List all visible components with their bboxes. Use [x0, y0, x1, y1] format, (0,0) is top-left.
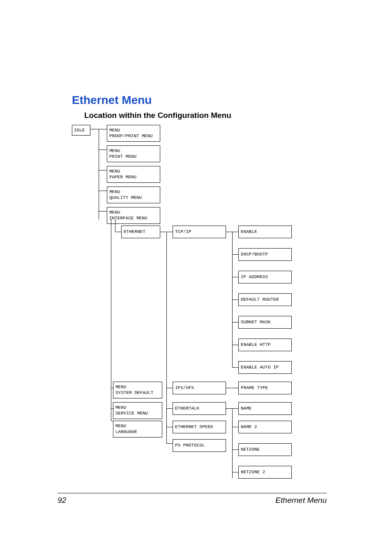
ipxspx-label: IPX/SPX	[175, 385, 194, 390]
menu-paper: MENU PAPER MENU	[107, 166, 160, 183]
dhcp-box: DHCP/BOOTP	[238, 248, 292, 261]
menu-paper-label: PAPER MENU	[109, 175, 136, 180]
menu-language: MENU LANGUAGE	[113, 421, 162, 438]
ethernet-speed-label: ETHERNET SPEED	[175, 424, 213, 429]
name2-label: NAME 2	[241, 424, 257, 429]
menu-system-default-label: SYSTEM DEFAULT	[115, 390, 153, 395]
frame-box: FRAME TYPE	[238, 382, 292, 394]
ps-protocol-box: PS PROTOCOL	[173, 439, 226, 452]
enable-box: ENABLE	[238, 226, 292, 238]
menu-label: MENU	[115, 405, 126, 410]
netzone2-label: NETZONE 2	[241, 470, 265, 474]
http-box: ENABLE HTTP	[238, 339, 292, 351]
menu-service: MENU SERVICE MENU	[113, 402, 162, 419]
idle-box: IDLE	[72, 125, 90, 136]
enable-label: ENABLE	[241, 229, 257, 234]
name-label: NAME	[241, 406, 251, 411]
page-number: 92	[58, 496, 66, 504]
menu-system-default: MENU SYSTEM DEFAULT	[113, 382, 162, 398]
menu-quality-label: QUALITY MENU	[109, 195, 142, 200]
subnet-box: SUBNET MASK	[238, 316, 292, 329]
ip-label: IP ADDRESS	[241, 274, 268, 279]
menu-quality: MENU QUALITY MENU	[107, 187, 160, 203]
ps-protocol-label: PS PROTOCOL	[175, 443, 205, 448]
page-subtitle: Location within the Configuration Menu	[84, 111, 327, 120]
menu-print: MENU PRINT MENU	[107, 145, 160, 162]
menu-proof-print: MENU PROOF/PRINT MENU	[107, 125, 160, 142]
menu-language-label: LANGUAGE	[115, 429, 137, 434]
netzone-label: NETZONE	[241, 447, 260, 452]
page-footer: 92 Ethernet Menu	[58, 493, 327, 505]
dhcp-label: DHCP/BOOTP	[241, 252, 268, 257]
idle-label: IDLE	[74, 128, 85, 133]
autoip-box: ENABLE AUTO IP	[238, 361, 292, 374]
frame-label: FRAME TYPE	[241, 385, 268, 390]
ethernet-speed-box: ETHERNET SPEED	[173, 421, 226, 433]
ethernet-box: ETHERNET	[121, 226, 160, 238]
autoip-label: ENABLE AUTO IP	[241, 365, 279, 370]
tcpip-label: TCP/IP	[175, 229, 191, 234]
netzone2-box: NETZONE 2	[238, 466, 292, 479]
page-title: Ethernet Menu	[72, 94, 327, 107]
menu-proof-print-label: PROOF/PRINT MENU	[109, 134, 153, 138]
ethertalk-label: ETHERTALK	[175, 406, 199, 411]
menu-print-label: PRINT MENU	[109, 154, 136, 159]
menu-label: MENU	[109, 128, 120, 133]
menu-service-label: SERVICE MENU	[115, 411, 148, 416]
menu-label: MENU	[109, 189, 120, 194]
netzone-box: NETZONE	[238, 443, 292, 456]
footer-title: Ethernet Menu	[275, 496, 327, 505]
menu-label: MENU	[109, 210, 120, 215]
menu-label: MENU	[115, 385, 126, 389]
menu-label: MENU	[109, 169, 120, 174]
ipxspx-box: IPX/SPX	[173, 382, 226, 394]
subnet-label: SUBNET MASK	[241, 320, 271, 325]
ip-box: IP ADDRESS	[238, 271, 292, 283]
menu-tree-diagram: IDLE MENU PROOF/PRINT MENU MENU PRINT ME…	[72, 125, 335, 488]
tcpip-box: TCP/IP	[173, 226, 226, 238]
ethertalk-box: ETHERTALK	[173, 402, 226, 415]
ethernet-label: ETHERNET	[124, 229, 145, 234]
menu-label: MENU	[115, 424, 126, 428]
menu-label: MENU	[109, 148, 120, 153]
router-box: DEFAULT ROUTER	[238, 293, 292, 306]
name2-box: NAME 2	[238, 421, 292, 433]
router-label: DEFAULT ROUTER	[241, 297, 279, 302]
name-box: NAME	[238, 402, 292, 415]
http-label: ENABLE HTTP	[241, 342, 271, 347]
